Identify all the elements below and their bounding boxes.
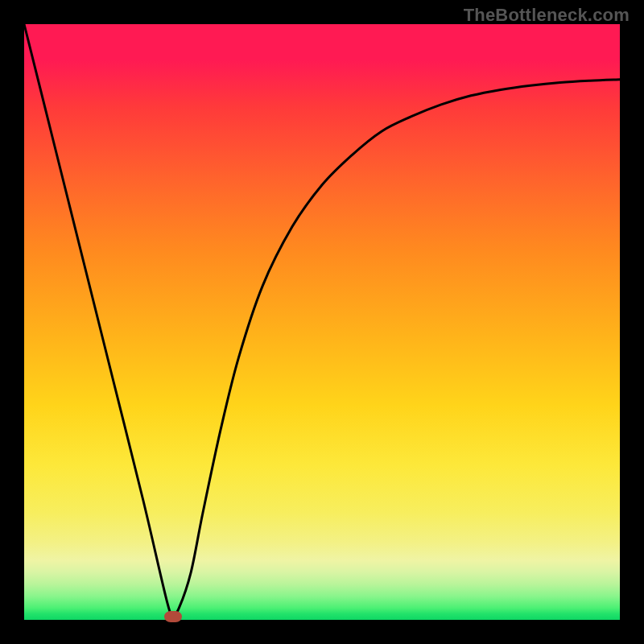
curve-svg [24,24,620,620]
plot-area [24,24,620,620]
chart-frame: TheBottleneck.com [0,0,644,644]
bottleneck-curve [24,24,620,615]
watermark-text: TheBottleneck.com [464,5,630,26]
minimum-marker [164,611,182,622]
